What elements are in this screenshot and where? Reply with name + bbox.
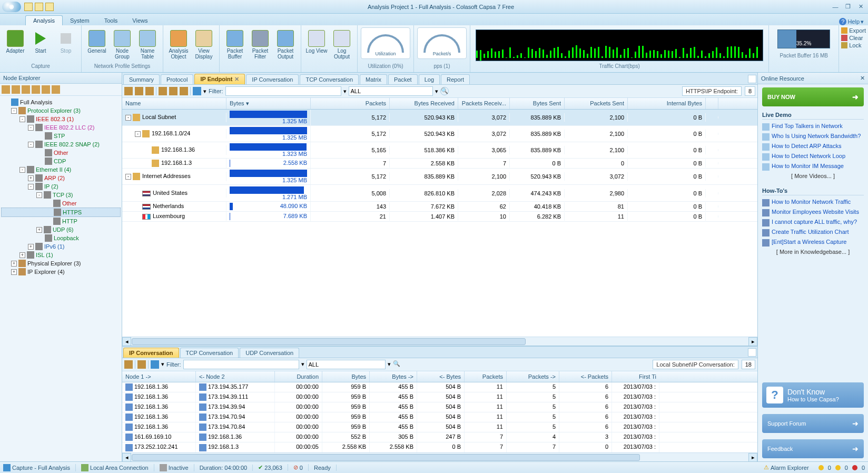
column-header[interactable]: <- Packets (559, 371, 612, 382)
conversation-row[interactable]: 192.168.1.36173.194.39.11100:00:00959 B4… (122, 392, 757, 402)
alarm-explorer-button[interactable]: ⚠Alarm Explorer (764, 464, 814, 471)
tree-node[interactable]: CDP (1, 157, 121, 165)
start-button[interactable]: Start (28, 27, 53, 61)
main-tab[interactable]: TCP Conversation (300, 74, 359, 84)
ep-tool-2[interactable] (135, 87, 143, 95)
cv-search-icon[interactable]: 🔍 (393, 360, 401, 369)
tree-node[interactable]: -TCP (3) (1, 191, 121, 199)
endpoint-row[interactable]: Luxembourg 7.689 KB211.407 KB106.282 KB1… (122, 212, 757, 222)
conversation-row[interactable]: 161.69.169.10192.168.1.3600:00:00552 B30… (122, 432, 757, 442)
adapter-button[interactable]: Adapter (3, 27, 27, 61)
scroll-thumb[interactable] (132, 338, 526, 345)
cv-scroll-left-icon[interactable]: ◂ (122, 453, 131, 462)
tab-ip-conversation[interactable]: IP Conversation (123, 348, 179, 358)
support-forum-button[interactable]: Support Forum➜ (762, 414, 864, 433)
export-button[interactable]: Export (841, 27, 866, 34)
tab-views[interactable]: Views (125, 16, 155, 25)
packet-buffer-button[interactable]: Packet Buffer (223, 27, 247, 61)
tree-toggle-icon[interactable]: - (36, 192, 42, 198)
main-tab[interactable]: Log (419, 74, 440, 84)
demo-link[interactable]: How to Detect ARP Attacks (762, 142, 864, 152)
column-header[interactable]: <- Node 2 (196, 371, 275, 382)
more-kb-link[interactable]: [ More in Knowledgebase... ] (762, 248, 864, 256)
scroll-right-icon[interactable]: ▸ (748, 337, 757, 346)
conversation-row[interactable]: 192.168.1.36173.194.39.9400:00:00959 B45… (122, 402, 757, 412)
ep-tool-5[interactable] (169, 87, 177, 95)
tree-toggle-icon[interactable]: - (28, 125, 34, 131)
main-tab[interactable]: Matrix (360, 74, 387, 84)
ne-tool-4[interactable] (32, 85, 40, 94)
tree-node[interactable]: -IP (2) (1, 182, 121, 191)
tree-node[interactable]: Full Analysis (1, 98, 121, 106)
howto-link[interactable]: I cannot capture ALL traffic, why? (762, 218, 864, 228)
endpoint-row[interactable]: 192.168.1.3 2.558 KB72.558 KB70 B00 B (122, 159, 757, 169)
more-videos-link[interactable]: [ More Videos... ] (762, 172, 864, 180)
panel-options-icon[interactable] (748, 348, 756, 357)
column-header[interactable]: Node 1 -> (122, 371, 196, 382)
search-icon[interactable]: 🔍 (440, 87, 449, 95)
column-header[interactable]: Duration (275, 371, 322, 382)
log-view-button[interactable]: Log View (304, 27, 329, 61)
tree-node[interactable]: STP (1, 132, 121, 140)
row-toggle-icon[interactable]: - (135, 131, 141, 137)
tab-system[interactable]: System (63, 16, 97, 25)
cv-scroll-right-icon[interactable]: ▸ (748, 453, 757, 462)
ne-tool-2[interactable] (12, 85, 20, 94)
cv-tool-1[interactable] (124, 360, 133, 369)
demo-link[interactable]: Who Is Using Network Bandwidth? (762, 132, 864, 142)
packet-filter-button[interactable]: Packet Filter (248, 27, 272, 61)
tree-node[interactable]: -Protocol Explorer (3) (1, 106, 121, 115)
help-menu[interactable]: ?Help ▾ (839, 18, 864, 25)
feedback-button[interactable]: Feedback➜ (762, 439, 864, 458)
column-header[interactable]: Bytes -> (370, 371, 417, 382)
general-button[interactable]: General (85, 27, 109, 61)
column-header[interactable]: Bytes Received (390, 98, 458, 109)
endpoint-row[interactable]: -Local Subnet 1.325 MB5,172520.943 KB3,0… (122, 110, 757, 126)
tree-toggle-icon[interactable]: - (11, 108, 17, 114)
tree-node[interactable]: +ARP (2) (1, 174, 121, 182)
filter-input[interactable] (225, 86, 341, 96)
ne-tool-5[interactable] (42, 85, 50, 94)
tab-tools[interactable]: Tools (97, 16, 125, 25)
column-header[interactable]: Packets (465, 371, 507, 382)
tree-toggle-icon[interactable]: + (11, 269, 17, 275)
scroll-left-icon[interactable]: ◂ (122, 337, 131, 346)
column-header[interactable]: Packets Sent (565, 98, 628, 109)
minimize-button[interactable]: — (830, 3, 841, 11)
tree-node[interactable]: +ISL (1) (1, 251, 121, 259)
cv-refresh-icon[interactable] (151, 360, 159, 369)
tab-close-icon[interactable]: ✕ (234, 76, 239, 82)
tree-node[interactable]: -IEEE 802.2 LLC (2) (1, 123, 121, 132)
column-header[interactable]: Bytes ▾ (226, 98, 311, 109)
main-tab[interactable]: Protocol (161, 74, 193, 84)
tab-tcp-conversation[interactable]: TCP Conversation (180, 348, 239, 358)
tree-node[interactable]: Loopback (1, 234, 121, 242)
ep-tool-6[interactable] (180, 87, 188, 95)
stop-button[interactable]: Stop (54, 27, 78, 61)
filter-scope[interactable] (349, 86, 433, 96)
ep-tool-4[interactable] (159, 87, 167, 95)
tree-toggle-icon[interactable]: - (19, 167, 25, 173)
endpoint-row[interactable]: -Internet Addresses 1.325 MB5,172835.889… (122, 169, 757, 185)
maximize-button[interactable]: ❐ (843, 3, 853, 11)
row-toggle-icon[interactable]: - (125, 115, 131, 121)
main-tab[interactable]: Summary (123, 74, 160, 84)
column-header[interactable]: First Ti (612, 371, 659, 382)
dont-know-button[interactable]: ? Don't KnowHow to Use Capsa? (762, 382, 864, 408)
cv-scroll-thumb[interactable] (132, 454, 640, 461)
ep-tool-1[interactable] (124, 87, 133, 95)
tree-toggle-icon[interactable]: + (28, 244, 34, 250)
demo-link[interactable]: How to Detect Network Loop (762, 152, 864, 162)
column-header[interactable]: Bytes Sent (510, 98, 565, 109)
clear-button[interactable]: Clear (841, 35, 866, 41)
tree-node[interactable]: +IP Explorer (4) (1, 268, 121, 276)
packet-output-button[interactable]: Packet Output (273, 27, 298, 61)
conversation-row[interactable]: 192.168.1.36173.194.70.9400:00:00959 B45… (122, 412, 757, 422)
tab-options-icon[interactable] (748, 75, 756, 83)
tree-toggle-icon[interactable]: + (11, 261, 17, 267)
main-tab[interactable]: IP Endpoint✕ (194, 74, 245, 84)
lock-button[interactable]: Lock (841, 42, 866, 48)
ep-tool-3[interactable] (145, 87, 154, 95)
conversation-row[interactable]: 192.168.1.36173.194.35.17700:00:00959 B4… (122, 382, 757, 392)
qat-open-icon[interactable] (35, 3, 43, 11)
